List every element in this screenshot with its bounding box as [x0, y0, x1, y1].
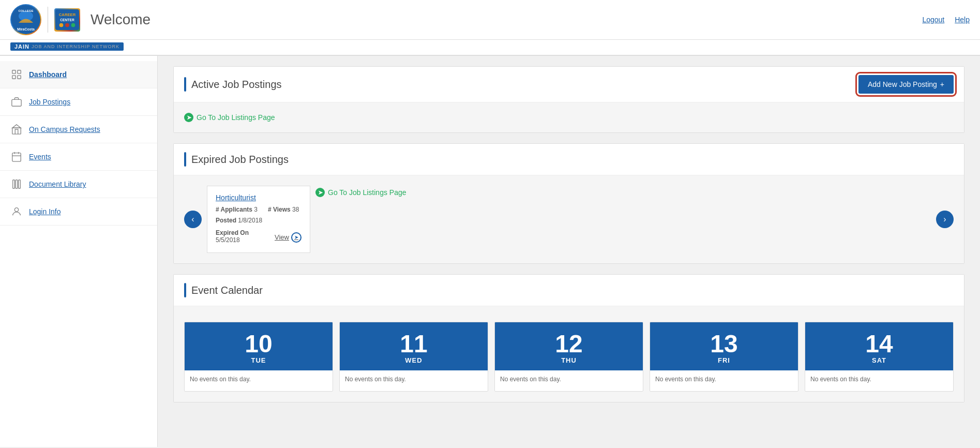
sidebar-label-login-info: Login Info: [29, 207, 61, 216]
expired-go-to-listings-label: Go To Job Listings Page: [328, 188, 406, 197]
logout-link[interactable]: Logout: [922, 16, 944, 24]
svg-point-8: [65, 23, 69, 27]
library-icon: [10, 178, 23, 190]
sidebar: Dashboard Job Postings On Campus Reque: [0, 56, 158, 447]
miracosta-logo: MiraCosta COLLEGE: [10, 4, 41, 35]
main-layout: Dashboard Job Postings On Campus Reque: [0, 56, 980, 447]
add-new-job-button[interactable]: Add New Job Posting +: [858, 75, 954, 94]
svg-rect-16: [12, 128, 21, 134]
job-title[interactable]: Horticulturist: [216, 193, 301, 202]
event-calendar-title-wrapper: Event Calendar: [184, 283, 263, 297]
career-center-logo: CAREER CENTER: [54, 8, 80, 32]
svg-text:CENTER: CENTER: [60, 18, 74, 22]
calendar-card-header: 10 TUE: [185, 322, 333, 370]
svg-rect-13: [18, 76, 21, 79]
logo-divider: [48, 7, 48, 33]
sidebar-item-on-campus[interactable]: On Campus Requests: [0, 116, 157, 143]
applicants-meta: # Applicants 3: [216, 206, 258, 213]
expired-arrow-circle-icon: ➤: [315, 188, 325, 197]
sidebar-label-document-library: Document Library: [29, 180, 86, 188]
active-postings-header: Active Job Postings Add New Job Posting …: [174, 67, 964, 102]
views-meta: # Views 38: [268, 206, 299, 213]
event-calendar-header: Event Calendar: [174, 275, 964, 306]
calendar-card-header: 14 SAT: [805, 322, 953, 370]
header-nav: Logout Help: [922, 16, 970, 24]
svg-rect-22: [16, 180, 18, 189]
view-circle-icon: ➤: [291, 232, 301, 243]
section-bar: [184, 77, 186, 92]
svg-rect-14: [12, 99, 21, 106]
calendar-card-header: 12 THU: [495, 322, 643, 370]
calendar-card-body: No events on this day.: [495, 370, 643, 391]
active-go-to-listings-label: Go To Job Listings Page: [197, 113, 275, 122]
svg-text:MiraCosta: MiraCosta: [17, 27, 35, 31]
active-go-to-listings-link[interactable]: ➤ Go To Job Listings Page: [184, 113, 954, 122]
active-postings-section: Active Job Postings Add New Job Posting …: [173, 66, 964, 133]
calendar-day-number: 10: [190, 332, 327, 356]
welcome-heading: Welcome: [91, 11, 150, 28]
active-postings-body: ➤ Go To Job Listings Page: [174, 102, 964, 132]
calendar-card-12: 12 THU No events on this day.: [494, 322, 643, 392]
posted-meta: Posted 1/8/2018: [216, 217, 301, 224]
expired-cards-list: Horticulturist # Applicants 3 # Views 38: [207, 186, 931, 253]
calendar-card-header: 11 WED: [340, 322, 488, 370]
calendar-card-11: 11 WED No events on this day.: [339, 322, 488, 392]
calendar-card-body: No events on this day.: [650, 370, 798, 391]
expired-on-row: Expired On 5/5/2018 View ➤: [216, 229, 301, 245]
svg-rect-23: [19, 180, 21, 189]
svg-rect-10: [12, 70, 16, 73]
event-calendar-section: Event Calendar 10 TUE No events on this …: [173, 274, 964, 402]
expired-postings-title-wrapper: Expired Job Postings: [184, 152, 289, 167]
expired-postings-title: Expired Job Postings: [191, 154, 289, 166]
add-job-label: Add New Job Posting: [868, 80, 937, 88]
expired-go-to-listings-link[interactable]: ➤ Go To Job Listings Page: [315, 188, 406, 197]
briefcase-icon: [10, 96, 23, 108]
calendar-card-body: No events on this day.: [805, 370, 953, 391]
svg-rect-21: [13, 180, 15, 189]
calendar-card-14: 14 SAT No events on this day.: [805, 322, 954, 392]
svg-text:COLLEGE: COLLEGE: [18, 9, 33, 12]
person-icon: [10, 205, 23, 218]
sidebar-item-document-library[interactable]: Document Library: [0, 171, 157, 198]
calendar-day-name: THU: [500, 356, 638, 364]
jain-logo: JAIN Job and Internship Network: [10, 42, 124, 51]
sidebar-item-dashboard[interactable]: Dashboard: [0, 61, 157, 88]
sidebar-item-job-postings[interactable]: Job Postings: [0, 88, 157, 116]
jain-subtitle: Job and Internship Network: [32, 44, 119, 49]
view-label: View: [275, 233, 289, 241]
miracosta-logo-circle: MiraCosta COLLEGE: [10, 4, 41, 35]
calendar-day-name: FRI: [655, 356, 793, 364]
help-link[interactable]: Help: [955, 16, 970, 24]
expired-carousel: ‹ Horticulturist # Applicants 3 # Views …: [184, 186, 954, 253]
views-label: # Views: [268, 206, 292, 213]
svg-text:CAREER: CAREER: [59, 12, 76, 17]
calendar-card-header: 13 FRI: [650, 322, 798, 370]
calendar-card-13: 13 FRI No events on this day.: [650, 322, 798, 392]
calendar-day-name: SAT: [810, 356, 948, 364]
main-content: Active Job Postings Add New Job Posting …: [158, 56, 980, 447]
expired-go-to-area: ➤ Go To Job Listings Page: [315, 186, 406, 253]
sidebar-label-events: Events: [29, 153, 51, 161]
calendar-day-number: 11: [345, 332, 483, 356]
expired-postings-header: Expired Job Postings: [174, 144, 964, 175]
expired-job-card: Horticulturist # Applicants 3 # Views 38: [207, 186, 310, 253]
svg-point-7: [59, 23, 64, 27]
calendar-section-bar: [184, 283, 186, 297]
sidebar-label-on-campus: On Campus Requests: [29, 125, 100, 133]
event-calendar-body: 10 TUE No events on this day. 11 WED No …: [174, 306, 964, 402]
carousel-prev-button[interactable]: ‹: [184, 211, 202, 228]
sidebar-item-events[interactable]: Events: [0, 143, 157, 171]
calendar-day-number: 13: [655, 332, 793, 356]
carousel-next-button[interactable]: ›: [936, 211, 954, 228]
calendar-card-body: No events on this day.: [185, 370, 333, 391]
sidebar-label-dashboard: Dashboard: [29, 70, 67, 79]
sidebar-item-login-info[interactable]: Login Info: [0, 198, 157, 226]
applicants-label: # Applicants: [216, 206, 254, 213]
expired-postings-section: Expired Job Postings ‹ Horticulturist # …: [173, 143, 964, 264]
svg-point-24: [14, 208, 18, 212]
view-job-link[interactable]: View ➤: [275, 232, 301, 243]
calendar-grid: 10 TUE No events on this day. 11 WED No …: [184, 322, 954, 392]
calendar-day-name: TUE: [190, 356, 327, 364]
svg-rect-17: [12, 153, 21, 162]
calendar-day-number: 12: [500, 332, 638, 356]
